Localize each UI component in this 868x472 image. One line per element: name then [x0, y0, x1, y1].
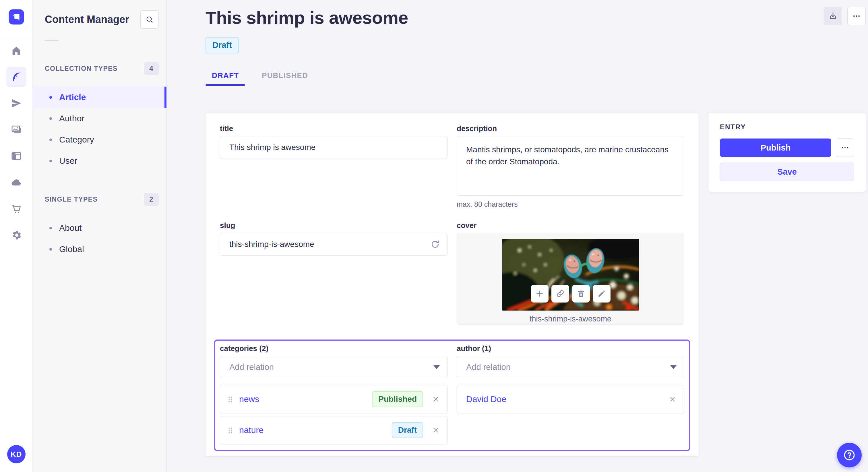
author-label: author (1): [457, 344, 684, 353]
sidebar-item-global[interactable]: Global: [33, 239, 166, 260]
sidebar-item-category[interactable]: Category: [33, 129, 166, 150]
remove-relation-button[interactable]: [432, 426, 440, 434]
strapi-logo[interactable]: [8, 9, 25, 25]
single-types-section: SINGLE TYPES 2 About Global: [33, 193, 166, 260]
version-tabs: DRAFT PUBLISHED: [206, 67, 868, 86]
search-button[interactable]: [141, 10, 159, 29]
relation-link[interactable]: news: [239, 394, 372, 404]
slug-label: slug: [220, 221, 447, 230]
trash-icon: [577, 289, 585, 298]
question-mark-icon: [843, 448, 856, 462]
nav-releases-button[interactable]: [6, 93, 26, 113]
drag-handle-icon[interactable]: [226, 395, 234, 403]
relation-row-david-doe: David Doe: [457, 385, 684, 413]
entry-panel-title: ENTRY: [720, 123, 854, 131]
bullet-icon: [50, 248, 52, 250]
feather-icon: [11, 71, 22, 82]
relation-link[interactable]: David Doe: [466, 394, 669, 404]
copy-link-button[interactable]: [551, 285, 569, 303]
cover-field: cover: [457, 221, 684, 325]
refresh-icon: [430, 239, 440, 249]
edit-asset-button[interactable]: [593, 285, 611, 303]
pencil-icon: [597, 289, 606, 298]
ellipsis-icon: [852, 11, 861, 21]
slug-input[interactable]: [220, 233, 447, 256]
nav-media-library-button[interactable]: [6, 120, 26, 140]
download-icon: [828, 11, 838, 21]
bullet-icon: [50, 138, 52, 141]
section-label: COLLECTION TYPES: [45, 65, 118, 72]
media-icon: [11, 124, 22, 135]
relation-status-badge: Draft: [392, 422, 423, 438]
nav-home-button[interactable]: [6, 40, 26, 61]
sidebar-item-label: About: [59, 223, 82, 233]
regenerate-slug-button[interactable]: [430, 239, 440, 249]
categories-label: categories (2): [220, 344, 447, 353]
nav-deploy-button[interactable]: [6, 172, 26, 193]
header-more-button[interactable]: [847, 7, 866, 25]
sidebar-item-label: User: [59, 156, 77, 166]
save-button[interactable]: Save: [720, 163, 854, 181]
add-asset-button[interactable]: [531, 285, 549, 303]
main-content: This shrimp is awesome Draft DRAFT PUBLI…: [166, 0, 868, 472]
rail-icon-list: [6, 40, 26, 245]
sidebar-item-label: Author: [59, 113, 84, 123]
chevron-down-icon: [670, 365, 677, 369]
entry-panel: ENTRY Publish Save: [708, 113, 866, 192]
title-label: title: [220, 124, 447, 133]
edit-form-card: title description Mantis shrimps, or sto…: [206, 113, 699, 456]
publish-button[interactable]: Publish: [720, 138, 831, 157]
relation-row-news: news Published: [220, 385, 447, 413]
page-title: This shrimp is awesome: [206, 7, 868, 28]
subnav-title: Content Manager: [45, 13, 129, 26]
entry-more-button[interactable]: [836, 138, 854, 157]
content-manager-subnav: Content Manager COLLECTION TYPES 4 Artic…: [33, 0, 166, 472]
description-label: description: [457, 124, 684, 133]
cover-carousel: this-shrimp-is-awesome: [457, 233, 684, 325]
delete-asset-button[interactable]: [572, 285, 590, 303]
tab-draft[interactable]: DRAFT: [206, 67, 245, 86]
relation-row-nature: nature Draft: [220, 416, 447, 444]
title-field: title: [220, 124, 447, 159]
nav-marketplace-button[interactable]: [6, 199, 26, 219]
relation-link[interactable]: nature: [239, 425, 392, 435]
drag-handle-icon[interactable]: [226, 426, 234, 434]
description-field: description Mantis shrimps, or stomatopo…: [457, 124, 684, 208]
remove-relation-button[interactable]: [669, 395, 677, 403]
sidebar-item-article[interactable]: Article: [33, 87, 166, 108]
author-add-relation-select[interactable]: Add relation: [457, 356, 684, 378]
export-button[interactable]: [824, 7, 842, 25]
cover-label: cover: [457, 221, 684, 230]
main-nav-rail: KD: [0, 0, 33, 472]
close-icon: [432, 395, 440, 403]
avatar[interactable]: KD: [7, 445, 26, 463]
nav-content-manager-button[interactable]: [6, 67, 26, 87]
categories-add-relation-select[interactable]: Add relation: [220, 356, 447, 378]
sidebar-item-about[interactable]: About: [33, 217, 166, 239]
select-placeholder: Add relation: [466, 363, 510, 372]
cloud-icon: [11, 177, 22, 188]
remove-relation-button[interactable]: [432, 395, 440, 403]
sidebar-item-label: Global: [59, 244, 84, 254]
description-textarea[interactable]: Mantis shrimps, or stomatopods, are mari…: [457, 136, 684, 196]
categories-field: categories (2) Add relation news: [220, 344, 447, 444]
nav-plugins-button[interactable]: [6, 146, 26, 166]
slug-field: slug: [220, 221, 447, 256]
help-button[interactable]: [837, 443, 862, 467]
author-relation-list: David Doe: [457, 385, 684, 413]
sidebar-item-user[interactable]: User: [33, 150, 166, 171]
nav-settings-button[interactable]: [6, 225, 26, 245]
sidebar-item-author[interactable]: Author: [33, 108, 166, 129]
link-icon: [556, 289, 565, 298]
cover-caption: this-shrimp-is-awesome: [530, 314, 611, 324]
rail-divider: [0, 37, 33, 37]
tab-published[interactable]: PUBLISHED: [255, 67, 314, 86]
home-icon: [11, 45, 22, 56]
bullet-icon: [50, 96, 52, 99]
cover-image: [502, 239, 639, 310]
close-icon: [669, 395, 677, 403]
title-input[interactable]: [220, 136, 447, 159]
settings-icon: [11, 229, 22, 241]
ellipsis-icon: [841, 143, 849, 152]
subnav-divider: [45, 40, 59, 41]
